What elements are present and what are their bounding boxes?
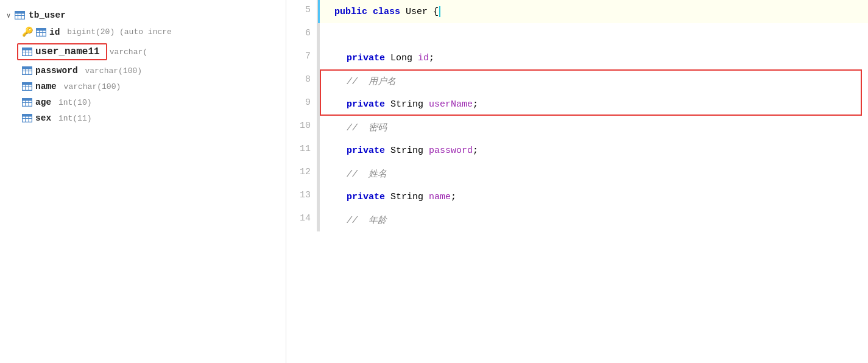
col-type-username: varchar( [110,48,147,57]
space [428,7,433,17]
line-content-12: // 姓名 [320,162,868,185]
column-row-sex[interactable]: sex int(11) [17,110,286,126]
space [385,192,390,202]
columns-list: 🔑 id bigint(20) (auto incre [0,23,286,126]
space [423,192,429,202]
key-icon: 🔑 [22,26,34,38]
line-number-11: 11 [286,139,318,162]
table-icon [15,11,25,19]
line-content-11: private String password ; [320,139,868,162]
col-table-icon-age [22,98,32,107]
space [423,146,429,156]
line-number-12: 12 [286,162,318,185]
comment-password: // 密码 [347,122,387,133]
code-line-8: 8 // 用户名 [286,69,868,93]
type-string-9: String [390,99,423,110]
table-root[interactable]: ∨ tb_user [0,7,286,23]
semicolon-13: ; [451,192,456,202]
code-line-14: 14 // 年龄 [286,208,868,231]
column-row-name[interactable]: name varchar(100) [17,79,286,94]
svg-rect-21 [23,83,32,85]
keyword-private-7: private [347,53,385,63]
line-number-14: 14 [286,208,318,231]
code-line-10: 10 // 密码 [286,116,868,139]
svg-rect-11 [23,48,32,51]
space [385,146,390,156]
code-line-12: 12 // 姓名 [286,162,868,185]
column-row-id[interactable]: 🔑 id bigint(20) (auto incre [17,23,286,41]
col-table-icon [36,28,46,37]
code-line-6: 6 [286,23,868,46]
line-number-13: 13 [286,185,318,208]
var-username: userName [429,99,473,110]
column-row-age[interactable]: age int(10) [17,94,286,110]
col-table-icon-sex [22,114,32,122]
col-type-id: bigint(20) (auto incre [62,27,171,37]
svg-rect-26 [23,99,32,101]
line-number-10: 10 [286,116,318,139]
keyword-private-11: private [347,146,385,156]
highlighted-block: 8 // 用户名 9 private String userName [286,69,868,116]
col-table-icon-password [22,66,32,75]
username-highlight-box: user_name11 [17,43,107,60]
code-line-11: 11 private String password ; [286,139,868,162]
code-line-9: 9 private String userName ; [286,93,868,116]
line-content-13: private String name ; [320,185,868,208]
line-number-7: 7 [286,46,318,69]
type-long: Long [390,53,412,63]
svg-rect-16 [23,67,32,69]
var-id: id [418,53,429,63]
comment-username: // 用户名 [347,76,396,87]
col-table-icon-name [22,82,32,91]
column-row-password[interactable]: password varchar(100) [17,63,286,79]
space [385,53,390,63]
text-cursor [439,6,440,17]
svg-rect-1 [15,12,25,14]
type-string-13: String [390,192,423,202]
semicolon-9: ; [473,99,478,110]
svg-rect-6 [37,28,46,30]
line-content-6 [320,23,868,46]
col-type-age: int(10) [54,98,91,107]
keyword-public: public [334,7,367,17]
line-number-6: 6 [286,23,318,46]
line-number-9: 9 [286,93,318,116]
semicolon-11: ; [473,146,478,156]
col-name-sex: sex [35,113,51,123]
space [385,99,390,110]
col-type-name: varchar(100) [59,82,121,91]
keyword-private-13: private [347,192,385,202]
col-type-sex: int(11) [54,114,91,123]
table-name: tb_user [29,10,66,20]
type-string-11: String [390,146,423,156]
col-name-password: password [35,66,78,76]
col-table-icon-username [22,48,32,56]
col-name-username: user_name11 [35,46,100,57]
space [412,53,418,63]
code-area[interactable]: 5 public class User { 6 7 [286,0,868,363]
line-number-5: 5 [286,0,318,23]
space [400,7,406,17]
svg-rect-31 [23,115,32,117]
line-content-9: private String userName ; [320,93,868,116]
space [367,7,373,17]
line-content-10: // 密码 [320,116,868,139]
column-row-username[interactable]: user_name11 varchar( [17,41,286,63]
line-content-7: private Long id ; [320,46,868,69]
line-content-8: // 用户名 [320,69,868,93]
keyword-private-9: private [347,99,385,110]
db-tree-panel: ∨ tb_user 🔑 id bigint( [0,0,286,363]
space [423,99,429,110]
line-content-5: public class User { [320,0,868,23]
keyword-class: class [373,7,400,17]
open-brace: { [433,7,439,17]
comment-age: // 年龄 [347,214,387,226]
col-type-password: varchar(100) [80,66,142,76]
semicolon-7: ; [429,53,434,63]
comment-name: // 姓名 [347,168,387,180]
code-line-7: 7 private Long id ; [286,46,868,69]
line-content-14: // 年龄 [320,208,868,231]
class-name-user: User [406,7,428,17]
col-name-name: name [35,82,57,91]
code-editor-panel: 5 public class User { 6 7 [286,0,868,363]
